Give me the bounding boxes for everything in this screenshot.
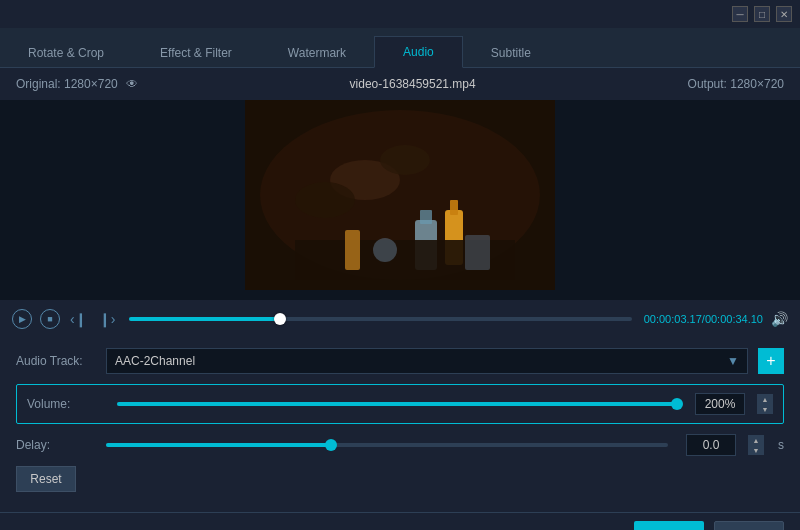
delay-decrement-button[interactable]: ▼	[748, 445, 764, 455]
delay-increment-button[interactable]: ▲	[748, 435, 764, 445]
arrow-hint: →	[16, 522, 624, 531]
tab-subtitle[interactable]: Subtitle	[463, 38, 559, 68]
audio-track-row: Audio Track: AAC-2Channel ▼ +	[16, 348, 784, 374]
volume-slider-thumb[interactable]	[671, 398, 683, 410]
play-button[interactable]: ▶	[12, 309, 32, 329]
reset-button[interactable]: Reset	[16, 466, 76, 492]
volume-input[interactable]	[695, 393, 745, 415]
controls-panel: Audio Track: AAC-2Channel ▼ + Volume: ▲ …	[0, 338, 800, 512]
tab-watermark[interactable]: Watermark	[260, 38, 374, 68]
bottom-bar: → OK Cancel	[0, 512, 800, 530]
skip-forward-button[interactable]: ❙›	[97, 311, 118, 327]
cancel-button[interactable]: Cancel	[714, 521, 784, 531]
volume-slider-track[interactable]	[117, 402, 677, 406]
progress-fill	[129, 317, 280, 321]
add-audio-track-button[interactable]: +	[758, 348, 784, 374]
progress-track[interactable]	[129, 317, 631, 321]
playback-bar: ▶ ■ ‹❙ ❙› 00:00:03.17/00:00:34.10 🔊	[0, 300, 800, 338]
video-preview	[245, 100, 555, 290]
reset-row: Reset	[16, 466, 784, 492]
delay-row: Delay: ▲ ▼ s	[16, 434, 784, 456]
volume-spinners: ▲ ▼	[757, 394, 773, 414]
info-bar: Original: 1280×720 👁 video-1638459521.mp…	[0, 68, 800, 100]
tab-rotate[interactable]: Rotate & Crop	[0, 38, 132, 68]
svg-rect-10	[345, 230, 360, 270]
delay-slider-track[interactable]	[106, 443, 668, 447]
svg-rect-12	[465, 235, 490, 270]
stop-button[interactable]: ■	[40, 309, 60, 329]
maximize-button[interactable]: □	[754, 6, 770, 22]
volume-decrement-button[interactable]: ▼	[757, 404, 773, 414]
progress-thumb[interactable]	[274, 313, 286, 325]
volume-row: Volume: ▲ ▼	[27, 393, 773, 415]
output-resolution: Output: 1280×720	[688, 77, 784, 91]
delay-unit-label: s	[778, 438, 784, 452]
svg-point-8	[295, 182, 355, 218]
volume-icon[interactable]: 🔊	[771, 311, 788, 327]
delay-slider-thumb[interactable]	[325, 439, 337, 451]
volume-label: Volume:	[27, 397, 107, 411]
tab-bar: Rotate & Crop Effect & Filter Watermark …	[0, 28, 800, 68]
audio-track-select[interactable]: AAC-2Channel ▼	[106, 348, 748, 374]
audio-track-label: Audio Track:	[16, 354, 96, 368]
delay-input[interactable]	[686, 434, 736, 456]
arrow-icon: →	[36, 522, 64, 531]
tab-effect[interactable]: Effect & Filter	[132, 38, 260, 68]
skip-back-button[interactable]: ‹❙	[68, 311, 89, 327]
filename-label: video-1638459521.mp4	[138, 77, 688, 91]
close-button[interactable]: ✕	[776, 6, 792, 22]
original-resolution: Original: 1280×720	[16, 77, 118, 91]
svg-point-11	[373, 238, 397, 262]
delay-spinners: ▲ ▼	[748, 435, 764, 455]
delay-label: Delay:	[16, 438, 96, 452]
svg-rect-5	[420, 210, 432, 224]
minimize-button[interactable]: ─	[732, 6, 748, 22]
volume-group: Volume: ▲ ▼	[16, 384, 784, 424]
eye-icon[interactable]: 👁	[126, 77, 138, 91]
delay-slider-fill	[106, 443, 331, 447]
time-display: 00:00:03.17/00:00:34.10	[644, 313, 763, 325]
svg-point-7	[380, 145, 430, 175]
title-bar: ─ □ ✕	[0, 0, 800, 28]
volume-increment-button[interactable]: ▲	[757, 394, 773, 404]
tab-audio[interactable]: Audio	[374, 36, 463, 68]
svg-rect-3	[450, 200, 458, 215]
volume-slider-fill	[117, 402, 677, 406]
ok-button[interactable]: OK	[634, 521, 704, 531]
